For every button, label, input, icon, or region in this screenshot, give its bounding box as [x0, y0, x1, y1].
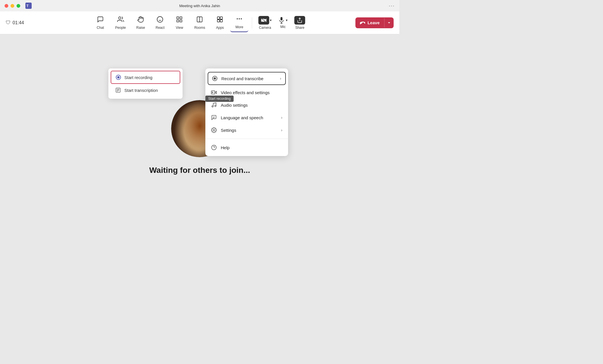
react-label: React [155, 26, 164, 30]
start-recording-label: Start recording [124, 75, 152, 80]
start-recording-item[interactable]: Start recording [111, 71, 180, 84]
react-icon [157, 16, 163, 25]
language-speech-icon [211, 115, 217, 120]
toolbar-right: Leave [355, 17, 394, 28]
svg-rect-6 [177, 17, 179, 19]
camera-dropdown-icon[interactable]: ▾ [270, 18, 272, 22]
help-icon [211, 145, 217, 150]
svg-point-38 [212, 145, 216, 150]
toolbar-divider [252, 17, 252, 29]
apps-button[interactable]: Apps [211, 14, 229, 32]
more-settings-item[interactable]: Settings › [205, 124, 288, 136]
start-transcription-label: Start transcription [124, 88, 158, 93]
help-label: Help [221, 145, 230, 150]
svg-rect-22 [281, 17, 283, 20]
rooms-label: Rooms [194, 26, 205, 30]
audio-settings-icon [211, 102, 217, 108]
svg-point-33 [212, 106, 213, 107]
svg-point-37 [213, 130, 215, 131]
more-icon [236, 15, 243, 24]
rooms-button[interactable]: Rooms [190, 14, 210, 32]
shield-icon: 🛡 [6, 20, 11, 26]
meeting-timer: 01:44 [13, 20, 24, 25]
svg-rect-12 [217, 17, 220, 19]
more-record-transcribe-item[interactable]: Record and transcribe › [208, 72, 286, 85]
svg-point-3 [157, 17, 163, 22]
record-transcribe-icon [212, 76, 217, 81]
share-icon [294, 16, 305, 25]
svg-rect-13 [220, 17, 222, 19]
language-speech-label: Language and speech [221, 115, 263, 120]
maximize-button[interactable] [17, 4, 20, 8]
people-label: People [115, 26, 126, 30]
rooms-icon [196, 16, 203, 25]
share-button[interactable]: Share [292, 14, 308, 32]
camera-button[interactable]: ▾ Camera [256, 14, 274, 32]
mic-icon [278, 17, 285, 24]
people-icon [117, 16, 124, 25]
apps-label: Apps [216, 26, 224, 30]
settings-chevron-icon: › [281, 128, 282, 132]
more-label: More [236, 25, 243, 29]
start-recording-tooltip: Start recording [205, 96, 234, 102]
video-effects-label: Video effects and settings [221, 90, 270, 95]
video-effects-icon [211, 90, 217, 95]
camera-icon [258, 16, 269, 25]
chat-button[interactable]: Chat [91, 14, 110, 32]
svg-marker-30 [215, 91, 216, 94]
chat-icon [97, 16, 104, 25]
title-bar: T Meeting with Anika Jahin ··· [0, 0, 399, 11]
traffic-lights: T [5, 3, 32, 9]
share-label: Share [295, 26, 304, 30]
raise-button[interactable]: Raise [131, 14, 150, 32]
chat-label: Chat [97, 26, 104, 30]
svg-point-34 [215, 105, 216, 107]
toolbar-left: 🛡 01:44 [6, 20, 24, 26]
svg-point-32 [212, 92, 213, 93]
svg-rect-7 [180, 17, 182, 19]
toolbar-center: Chat People Raise [91, 13, 308, 32]
settings-label: Settings [221, 128, 236, 133]
start-transcription-item[interactable]: Start transcription [111, 84, 180, 96]
view-button[interactable]: View [170, 14, 189, 32]
more-divider [205, 139, 288, 139]
tooltip-text: Start recording [208, 97, 231, 101]
react-button[interactable]: React [151, 14, 169, 32]
svg-point-18 [241, 18, 242, 19]
svg-point-2 [118, 17, 121, 19]
settings-icon [211, 127, 217, 133]
view-label: View [176, 26, 183, 30]
record-transcribe-label: Record and transcribe [221, 76, 264, 81]
record-transcribe-chevron-icon: › [280, 76, 281, 81]
svg-text:T: T [27, 4, 29, 8]
mic-button[interactable]: ▾ Mic [276, 15, 290, 31]
more-button[interactable]: More [230, 13, 248, 32]
apps-icon [216, 16, 223, 25]
teams-logo-icon: T [25, 3, 32, 9]
mic-dropdown-icon[interactable]: ▾ [286, 18, 288, 22]
minimize-button[interactable] [11, 4, 14, 8]
title-bar-more-icon[interactable]: ··· [389, 3, 395, 9]
audio-settings-label: Audio settings [221, 103, 248, 108]
close-button[interactable] [5, 4, 8, 8]
view-icon [176, 16, 183, 25]
svg-point-17 [239, 18, 240, 19]
svg-rect-9 [180, 20, 182, 22]
svg-rect-15 [220, 20, 222, 22]
leave-dropdown-icon[interactable] [384, 18, 394, 27]
leave-phone-icon [360, 20, 365, 25]
more-language-speech-item[interactable]: Language and speech › [205, 111, 288, 124]
raise-label: Raise [136, 26, 145, 30]
waiting-text: Waiting for others to join... [149, 166, 250, 175]
meeting-title: Meeting with Anika Jahin [179, 4, 220, 8]
toolbar: 🛡 01:44 Chat People [0, 11, 399, 34]
leave-label: Leave [367, 20, 380, 25]
mic-label: Mic [280, 25, 286, 29]
svg-point-16 [237, 18, 238, 19]
raise-icon [137, 16, 144, 25]
svg-rect-14 [217, 20, 220, 22]
people-button[interactable]: People [111, 14, 130, 32]
more-help-item[interactable]: Help [205, 141, 288, 154]
camera-label: Camera [259, 26, 271, 30]
leave-button[interactable]: Leave [355, 17, 394, 28]
